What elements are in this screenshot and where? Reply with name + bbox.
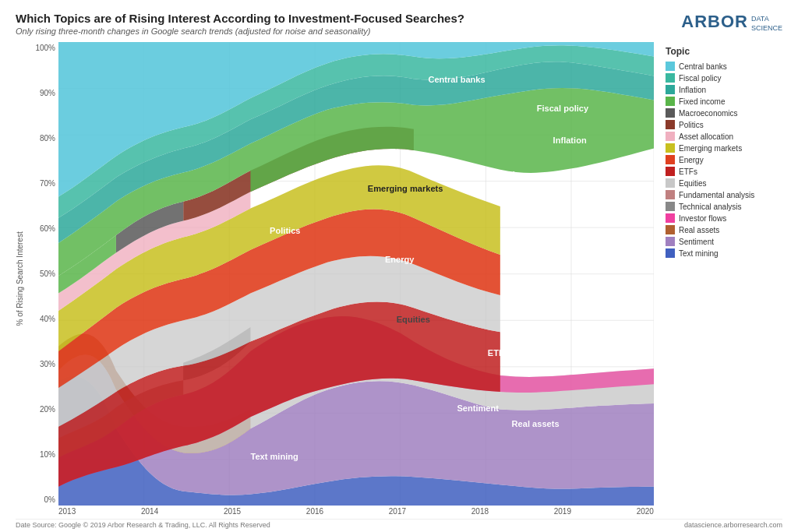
legend-item-sentiment: Sentiment xyxy=(666,237,782,246)
legend-color-etfs xyxy=(666,167,675,176)
header: Which Topics are of Rising Interest Acco… xyxy=(16,12,782,36)
x-axis-labels: 2013 2014 2015 2016 2017 2018 2019 2020 xyxy=(31,507,654,516)
legend-item-fundamental-analysis: Fundamental analysis xyxy=(666,190,782,199)
legend-label-technical-analysis: Technical analysis xyxy=(679,203,742,211)
legend-item-fixed-income: Fixed income xyxy=(666,97,782,106)
chart-inner: 100% 90% 80% 70% 60% 50% 40% 30% 20% 10%… xyxy=(31,42,654,506)
chart-area: % of Rising Search Interest 100% 90% 80%… xyxy=(16,42,782,516)
x-tick-2013: 2013 xyxy=(58,507,76,516)
y-tick-50: 50% xyxy=(31,270,58,278)
legend-color-equities xyxy=(666,178,675,188)
legend-color-energy xyxy=(666,155,675,164)
legend-color-technical-analysis xyxy=(666,202,675,211)
legend-label-macroeconomics: Macroeconomics xyxy=(679,109,738,118)
legend-color-fundamental-analysis xyxy=(666,190,675,199)
svg-container: Central banks Fiscal policy Inflation Fi… xyxy=(58,42,654,506)
y-tick-40: 40% xyxy=(31,315,58,323)
footer-website: datascience.arborresearch.com xyxy=(684,521,782,529)
x-tick-2015: 2015 xyxy=(224,507,241,516)
legend-color-central-banks xyxy=(666,62,675,71)
legend-item-fiscal-policy: Fiscal policy xyxy=(666,73,782,83)
label-equities: Equities xyxy=(397,315,430,324)
legend-color-real-assets xyxy=(666,225,675,234)
y-tick-30: 30% xyxy=(31,360,58,368)
legend-item-central-banks: Central banks xyxy=(666,62,782,71)
legend-label-energy: Energy xyxy=(679,156,704,164)
legend-label-inflation: Inflation xyxy=(679,86,706,94)
legend-item-macroeconomics: Macroeconomics xyxy=(666,108,782,118)
label-etfs: ETFs xyxy=(488,348,509,358)
subtitle: Only rising three-month changes in Googl… xyxy=(16,26,464,36)
legend-label-central-banks: Central banks xyxy=(679,62,727,71)
y-tick-80: 80% xyxy=(31,134,58,143)
logo-arbor: ARBOR xyxy=(681,12,748,32)
legend-item-real-assets: Real assets xyxy=(666,225,782,234)
legend-label-politics: Politics xyxy=(679,121,704,129)
chart-with-xaxis: 100% 90% 80% 70% 60% 50% 40% 30% 20% 10%… xyxy=(31,42,654,516)
legend-label-sentiment: Sentiment xyxy=(679,238,714,246)
chart-svg: Central banks Fiscal policy Inflation Fi… xyxy=(58,42,654,506)
x-tick-2014: 2014 xyxy=(141,507,158,516)
y-tick-60: 60% xyxy=(31,224,58,233)
legend-label-fundamental-analysis: Fundamental analysis xyxy=(679,191,754,199)
title-block: Which Topics are of Rising Interest Acco… xyxy=(16,12,464,36)
label-energy: Energy xyxy=(385,255,415,264)
legend-item-etfs: ETFs xyxy=(666,167,782,176)
main-container: Which Topics are of Rising Interest Acco… xyxy=(0,0,798,532)
legend-color-investor-flows xyxy=(666,213,675,223)
y-tick-20: 20% xyxy=(31,405,58,414)
legend-label-emerging-markets: Emerging markets xyxy=(679,144,742,153)
legend-item-asset-allocation: Asset allocation xyxy=(666,132,782,141)
label-politics: Politics xyxy=(270,226,300,235)
legend-color-politics xyxy=(666,120,675,129)
x-tick-2017: 2017 xyxy=(389,507,406,516)
main-title: Which Topics are of Rising Interest Acco… xyxy=(16,12,464,25)
legend-label-text-mining: Text mining xyxy=(679,249,719,258)
label-fixed-income: Fixed income xyxy=(488,170,543,179)
legend-item-politics: Politics xyxy=(666,120,782,129)
logo-data-science: DATASCIENCE xyxy=(751,12,782,33)
legend-color-sentiment xyxy=(666,237,675,246)
legend-color-emerging-markets xyxy=(666,143,675,153)
logo: ARBOR DATASCIENCE xyxy=(681,12,782,33)
legend-color-fixed-income xyxy=(666,97,675,106)
legend: Topic Central banks Fiscal policy Inflat… xyxy=(654,42,782,516)
y-tick-100: 100% xyxy=(31,44,58,52)
legend-label-real-assets: Real assets xyxy=(679,226,719,234)
label-emerging-markets: Emerging markets xyxy=(368,184,443,193)
y-axis-label: % of Rising Search Interest xyxy=(16,42,30,516)
legend-label-investor-flows: Investor flows xyxy=(679,214,726,223)
y-axis-ticks: 100% 90% 80% 70% 60% 50% 40% 30% 20% 10%… xyxy=(31,42,58,506)
x-tick-2020: 2020 xyxy=(637,507,654,516)
label-real-assets: Real assets xyxy=(512,419,560,428)
legend-color-fiscal-policy xyxy=(666,73,675,83)
y-tick-0: 0% xyxy=(31,495,58,504)
label-fiscal-policy: Fiscal policy xyxy=(537,104,589,113)
legend-item-emerging-markets: Emerging markets xyxy=(666,143,782,153)
label-inflation: Inflation xyxy=(553,136,587,145)
y-tick-10: 10% xyxy=(31,450,58,459)
label-sentiment: Sentiment xyxy=(457,403,499,413)
y-tick-90: 90% xyxy=(31,89,58,97)
y-tick-70: 70% xyxy=(31,179,58,188)
legend-label-etfs: ETFs xyxy=(679,167,697,176)
legend-label-equities: Equities xyxy=(679,179,707,188)
legend-color-text-mining xyxy=(666,248,675,258)
legend-item-technical-analysis: Technical analysis xyxy=(666,202,782,211)
legend-title: Topic xyxy=(666,46,782,57)
x-tick-2018: 2018 xyxy=(471,507,489,516)
legend-color-asset-allocation xyxy=(666,132,675,141)
label-text-mining: Text mining xyxy=(250,452,298,461)
legend-label-fiscal-policy: Fiscal policy xyxy=(679,74,721,83)
legend-item-energy: Energy xyxy=(666,155,782,164)
x-tick-2019: 2019 xyxy=(554,507,571,516)
legend-label-asset-allocation: Asset allocation xyxy=(679,132,733,141)
legend-color-inflation xyxy=(666,85,675,94)
legend-item-inflation: Inflation xyxy=(666,85,782,94)
legend-color-macroeconomics xyxy=(666,108,675,118)
footer-source: Date Source: Google © 2019 Arbor Researc… xyxy=(16,521,270,529)
legend-item-text-mining: Text mining xyxy=(666,248,782,258)
legend-item-investor-flows: Investor flows xyxy=(666,213,782,223)
x-tick-2016: 2016 xyxy=(306,507,323,516)
legend-label-fixed-income: Fixed income xyxy=(679,97,725,106)
